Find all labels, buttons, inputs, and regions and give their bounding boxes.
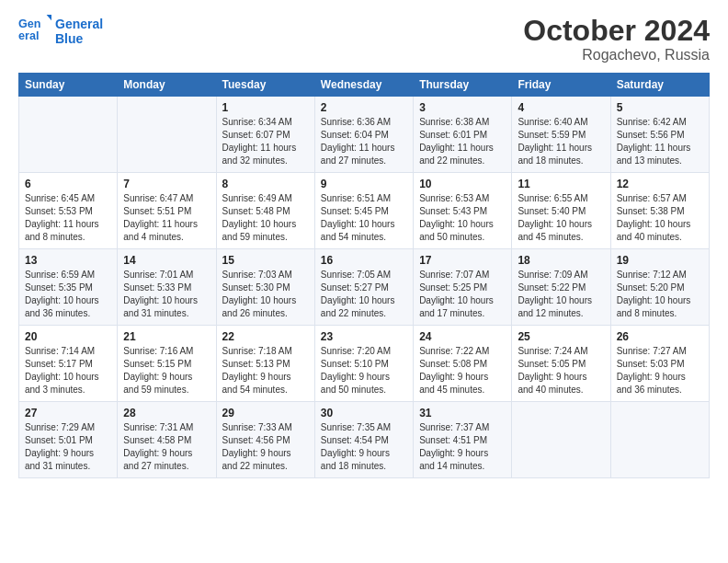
cell-content: Sunrise: 7:20 AM Sunset: 5:10 PM Dayligh…: [321, 345, 407, 396]
day-number: 7: [123, 178, 210, 190]
svg-text:eral: eral: [18, 29, 39, 42]
day-number: 20: [25, 330, 111, 343]
header: Gen eral General Blue October 2024 Rogac…: [18, 15, 710, 63]
day-number: 29: [222, 407, 309, 419]
cell-content: Sunrise: 7:35 AM Sunset: 4:54 PM Dayligh…: [321, 421, 407, 473]
cell-content: Sunrise: 7:01 AM Sunset: 5:33 PM Dayligh…: [123, 269, 210, 320]
day-number: 12: [617, 178, 703, 190]
day-number: 14: [123, 254, 210, 267]
cell-content: Sunrise: 6:57 AM Sunset: 5:38 PM Dayligh…: [617, 192, 703, 244]
calendar-cell: 2Sunrise: 6:36 AM Sunset: 6:04 PM Daylig…: [314, 97, 413, 173]
day-number: 15: [222, 254, 309, 267]
calendar-cell: 31Sunrise: 7:37 AM Sunset: 4:51 PM Dayli…: [414, 402, 512, 478]
day-number: 4: [518, 101, 604, 114]
calendar-cell: 25Sunrise: 7:24 AM Sunset: 5:05 PM Dayli…: [512, 326, 610, 402]
day-number: 8: [222, 178, 309, 190]
cell-content: Sunrise: 6:49 AM Sunset: 5:48 PM Dayligh…: [222, 192, 309, 244]
day-number: 25: [518, 330, 604, 343]
day-number: 30: [321, 407, 407, 419]
day-number: 11: [518, 178, 604, 190]
day-number: 21: [123, 330, 210, 343]
calendar-cell: 7Sunrise: 6:47 AM Sunset: 5:51 PM Daylig…: [118, 173, 216, 249]
calendar-cell: 27Sunrise: 7:29 AM Sunset: 5:01 PM Dayli…: [19, 402, 118, 478]
calendar-cell: 13Sunrise: 6:59 AM Sunset: 5:35 PM Dayli…: [19, 249, 118, 326]
calendar-cell: 28Sunrise: 7:31 AM Sunset: 4:58 PM Dayli…: [118, 402, 216, 478]
calendar-cell: [19, 97, 118, 173]
cell-content: Sunrise: 7:18 AM Sunset: 5:13 PM Dayligh…: [222, 345, 309, 396]
calendar-cell: 9Sunrise: 6:51 AM Sunset: 5:45 PM Daylig…: [314, 173, 413, 249]
svg-text:Gen: Gen: [18, 17, 41, 30]
day-number: 18: [518, 254, 604, 267]
day-number: 19: [617, 254, 703, 267]
cell-content: Sunrise: 7:03 AM Sunset: 5:30 PM Dayligh…: [222, 269, 309, 320]
cell-content: Sunrise: 6:40 AM Sunset: 5:59 PM Dayligh…: [518, 116, 604, 167]
cell-content: Sunrise: 6:42 AM Sunset: 5:56 PM Dayligh…: [617, 116, 703, 167]
calendar-week-row: 20Sunrise: 7:14 AM Sunset: 5:17 PM Dayli…: [19, 326, 710, 402]
col-thursday: Thursday: [414, 74, 512, 97]
day-number: 23: [321, 330, 407, 343]
cell-content: Sunrise: 7:09 AM Sunset: 5:22 PM Dayligh…: [518, 269, 604, 320]
logo: Gen eral General Blue: [18, 15, 103, 48]
cell-content: Sunrise: 6:47 AM Sunset: 5:51 PM Dayligh…: [123, 192, 210, 244]
day-number: 10: [419, 178, 506, 190]
calendar-cell: 26Sunrise: 7:27 AM Sunset: 5:03 PM Dayli…: [610, 326, 709, 402]
calendar-cell: 29Sunrise: 7:33 AM Sunset: 4:56 PM Dayli…: [216, 402, 314, 478]
day-number: 27: [25, 407, 111, 419]
calendar-cell: 5Sunrise: 6:42 AM Sunset: 5:56 PM Daylig…: [610, 97, 709, 173]
logo-line1: General: [55, 17, 103, 31]
day-number: 3: [419, 101, 506, 114]
calendar-cell: [610, 402, 709, 478]
cell-content: Sunrise: 7:37 AM Sunset: 4:51 PM Dayligh…: [419, 421, 506, 473]
calendar-cell: [512, 402, 610, 478]
logo-svg: Gen eral: [18, 15, 51, 48]
day-number: 31: [419, 407, 506, 419]
logo-line2: Blue: [55, 31, 103, 46]
calendar-cell: 19Sunrise: 7:12 AM Sunset: 5:20 PM Dayli…: [610, 249, 709, 326]
day-number: 28: [123, 407, 210, 419]
calendar-cell: 22Sunrise: 7:18 AM Sunset: 5:13 PM Dayli…: [216, 326, 314, 402]
calendar-cell: 18Sunrise: 7:09 AM Sunset: 5:22 PM Dayli…: [512, 249, 610, 326]
cell-content: Sunrise: 7:24 AM Sunset: 5:05 PM Dayligh…: [518, 345, 604, 396]
cell-content: Sunrise: 7:29 AM Sunset: 5:01 PM Dayligh…: [25, 421, 111, 473]
header-row: Sunday Monday Tuesday Wednesday Thursday…: [19, 74, 710, 97]
cell-content: Sunrise: 7:16 AM Sunset: 5:15 PM Dayligh…: [123, 345, 210, 396]
col-tuesday: Tuesday: [216, 74, 314, 97]
cell-content: Sunrise: 7:05 AM Sunset: 5:27 PM Dayligh…: [321, 269, 407, 320]
cell-content: Sunrise: 7:12 AM Sunset: 5:20 PM Dayligh…: [617, 269, 703, 320]
calendar-cell: [118, 97, 216, 173]
cell-content: Sunrise: 7:22 AM Sunset: 5:08 PM Dayligh…: [419, 345, 506, 396]
calendar-cell: 8Sunrise: 6:49 AM Sunset: 5:48 PM Daylig…: [216, 173, 314, 249]
calendar-cell: 20Sunrise: 7:14 AM Sunset: 5:17 PM Dayli…: [19, 326, 118, 402]
calendar-body: 1Sunrise: 6:34 AM Sunset: 6:07 PM Daylig…: [19, 97, 710, 478]
col-monday: Monday: [118, 74, 216, 97]
calendar-cell: 12Sunrise: 6:57 AM Sunset: 5:38 PM Dayli…: [610, 173, 709, 249]
calendar-week-row: 6Sunrise: 6:45 AM Sunset: 5:53 PM Daylig…: [19, 173, 710, 249]
day-number: 16: [321, 254, 407, 267]
calendar-cell: 16Sunrise: 7:05 AM Sunset: 5:27 PM Dayli…: [314, 249, 413, 326]
cell-content: Sunrise: 6:36 AM Sunset: 6:04 PM Dayligh…: [321, 116, 407, 167]
calendar-page: Gen eral General Blue October 2024 Rogac…: [0, 0, 728, 563]
col-saturday: Saturday: [610, 74, 709, 97]
cell-content: Sunrise: 7:33 AM Sunset: 4:56 PM Dayligh…: [222, 421, 309, 473]
col-sunday: Sunday: [19, 74, 118, 97]
cell-content: Sunrise: 6:45 AM Sunset: 5:53 PM Dayligh…: [25, 192, 111, 244]
cell-content: Sunrise: 6:55 AM Sunset: 5:40 PM Dayligh…: [518, 192, 604, 244]
cell-content: Sunrise: 6:59 AM Sunset: 5:35 PM Dayligh…: [25, 269, 111, 320]
calendar-subtitle: Rogachevo, Russia: [523, 47, 710, 63]
calendar-cell: 3Sunrise: 6:38 AM Sunset: 6:01 PM Daylig…: [414, 97, 512, 173]
calendar-cell: 30Sunrise: 7:35 AM Sunset: 4:54 PM Dayli…: [314, 402, 413, 478]
calendar-week-row: 13Sunrise: 6:59 AM Sunset: 5:35 PM Dayli…: [19, 249, 710, 326]
calendar-cell: 6Sunrise: 6:45 AM Sunset: 5:53 PM Daylig…: [19, 173, 118, 249]
calendar-week-row: 27Sunrise: 7:29 AM Sunset: 5:01 PM Dayli…: [19, 402, 710, 478]
calendar-cell: 10Sunrise: 6:53 AM Sunset: 5:43 PM Dayli…: [414, 173, 512, 249]
title-area: October 2024 Rogachevo, Russia: [523, 15, 710, 63]
col-friday: Friday: [512, 74, 610, 97]
calendar-cell: 11Sunrise: 6:55 AM Sunset: 5:40 PM Dayli…: [512, 173, 610, 249]
calendar-cell: 15Sunrise: 7:03 AM Sunset: 5:30 PM Dayli…: [216, 249, 314, 326]
day-number: 2: [321, 101, 407, 114]
col-wednesday: Wednesday: [314, 74, 413, 97]
cell-content: Sunrise: 6:51 AM Sunset: 5:45 PM Dayligh…: [321, 192, 407, 244]
cell-content: Sunrise: 7:14 AM Sunset: 5:17 PM Dayligh…: [25, 345, 111, 396]
calendar-table: Sunday Monday Tuesday Wednesday Thursday…: [18, 73, 710, 478]
calendar-title: October 2024: [523, 15, 710, 47]
